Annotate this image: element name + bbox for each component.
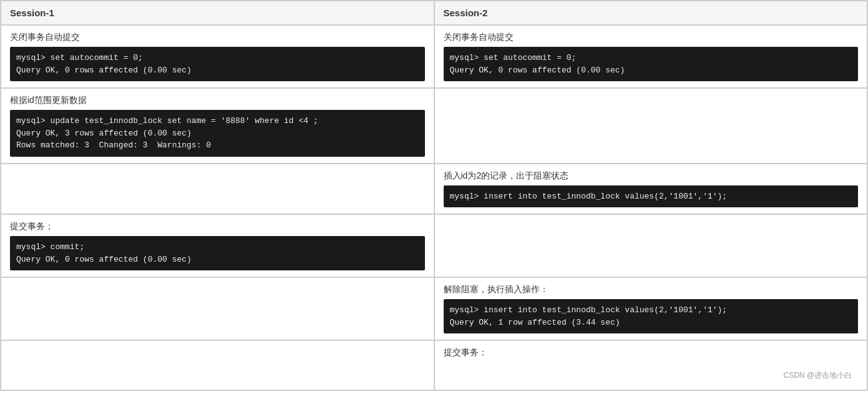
row2-left-label: 根据id范围更新数据: [10, 95, 425, 106]
row4-left: 提交事务； mysql> commit; Query OK, 0 rows af…: [1, 214, 434, 277]
row2-right: [434, 88, 868, 164]
row3-right-label: 插入id为2的记录，出于阻塞状态: [444, 170, 859, 182]
row3-left: [1, 164, 434, 215]
watermark: CSDN @进击地小白: [783, 368, 858, 383]
row4-left-code: mysql> commit; Query OK, 0 rows affected…: [10, 236, 425, 270]
row1-left-label: 关闭事务自动提交: [10, 32, 425, 43]
row5-left: [1, 277, 434, 340]
session2-header: Session-2: [434, 1, 868, 25]
row1-left-code: mysql> set autocommit = 0; Query OK, 0 r…: [10, 47, 425, 81]
row2-left: 根据id范围更新数据 mysql> update test_innodb_loc…: [1, 88, 434, 164]
row3-right: 插入id为2的记录，出于阻塞状态 mysql> insert into test…: [434, 164, 868, 215]
row6-right: 提交事务： CSDN @进击地小白: [434, 340, 868, 390]
row1-left: 关闭事务自动提交 mysql> set autocommit = 0; Quer…: [1, 25, 434, 88]
row5-right: 解除阻塞，执行插入操作： mysql> insert into test_inn…: [434, 277, 868, 340]
row4-left-label: 提交事务；: [10, 221, 425, 232]
row5-right-label: 解除阻塞，执行插入操作：: [444, 284, 859, 295]
row6-left: [1, 340, 434, 390]
row4-right: [434, 214, 868, 277]
row5-right-code: mysql> insert into test_innodb_lock valu…: [444, 299, 859, 333]
row1-right-code: mysql> set autocommit = 0; Query OK, 0 r…: [444, 47, 859, 81]
row3-right-code: mysql> insert into test_innodb_lock valu…: [444, 185, 859, 208]
main-table: Session-1 Session-2 关闭事务自动提交 mysql> set …: [0, 0, 868, 391]
session1-header: Session-1: [1, 1, 434, 25]
row2-left-code: mysql> update test_innodb_lock set name …: [10, 110, 425, 157]
row6-right-label: 提交事务：: [444, 347, 487, 358]
row1-right: 关闭事务自动提交 mysql> set autocommit = 0; Quer…: [434, 25, 868, 88]
row1-right-label: 关闭事务自动提交: [444, 32, 859, 43]
